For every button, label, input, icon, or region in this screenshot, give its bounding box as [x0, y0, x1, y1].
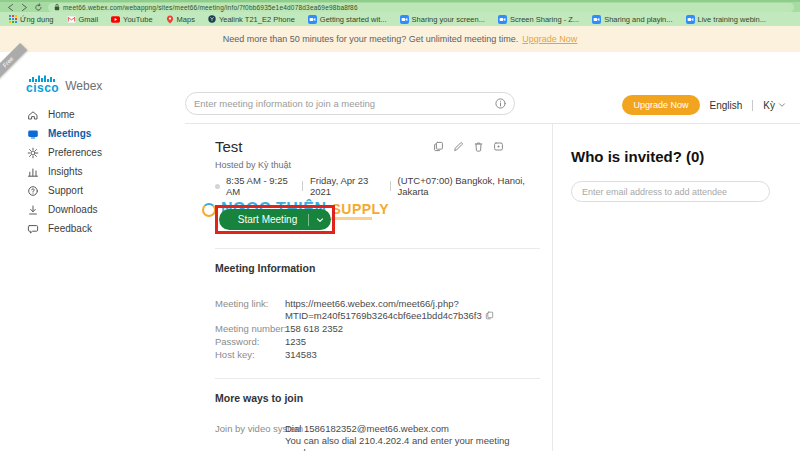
back-icon[interactable]	[6, 3, 15, 12]
bookmark-apps[interactable]: Ứng dụng	[9, 15, 54, 24]
meeting-number-value: 158 618 2352	[285, 323, 540, 335]
banner-text: Need more than 50 minutes for your meeti…	[223, 34, 519, 44]
start-meeting-button[interactable]: Start Meeting	[219, 209, 331, 230]
gmail-icon	[67, 16, 76, 23]
header-divider	[752, 100, 753, 111]
page-header: Upgrade Now English Kỳ	[185, 52, 800, 124]
bookmark-sharing-and-playing[interactable]: Sharing and playin...	[592, 15, 672, 24]
address-bar[interactable]: meet66.webex.com/webappng/sites/meet66/m…	[48, 3, 794, 12]
watermark-globe-icon	[202, 203, 216, 217]
password-label: Password:	[215, 336, 285, 348]
bookmark-label: Gmail	[79, 15, 99, 24]
sidebar-item-home[interactable]: Home	[0, 105, 185, 124]
gear-icon	[27, 147, 39, 159]
divider	[390, 181, 391, 191]
more-ways-table: Join by video system Dial 1586182352@mee…	[215, 423, 540, 451]
zoom-icon	[592, 15, 601, 24]
sidebar-item-support[interactable]: Support	[0, 181, 185, 200]
language-selector[interactable]: English	[710, 100, 743, 111]
invite-panel: Who is invited? (0)	[552, 124, 800, 451]
annotation-highlight-box: Start Meeting	[215, 205, 335, 234]
bookmark-label: Ứng dụng	[20, 15, 54, 24]
attendee-email-wrap[interactable]	[571, 181, 770, 202]
info-icon[interactable]	[495, 98, 506, 109]
meeting-info-heading: Meeting Information	[215, 262, 540, 274]
meetings-icon	[27, 128, 39, 140]
reload-icon[interactable]	[34, 3, 43, 12]
url-text: meet66.webex.com/webappng/sites/meet66/m…	[63, 4, 358, 11]
sidebar-item-feedback[interactable]: Feedback	[0, 219, 185, 238]
bookmark-screen-sharing[interactable]: Screen Sharing - Z...	[498, 15, 579, 24]
feedback-bubble-icon	[27, 223, 39, 235]
sidebar-item-preferences[interactable]: Preferences	[0, 143, 185, 162]
padlock-icon	[54, 3, 60, 11]
bookmark-maps[interactable]: Maps	[166, 15, 195, 24]
bookmark-label: Screen Sharing - Z...	[510, 15, 579, 24]
section-divider	[215, 248, 540, 249]
sidebar-item-downloads[interactable]: Downloads	[0, 200, 185, 219]
chevron-down-icon	[778, 101, 786, 109]
zoom-icon	[308, 15, 317, 24]
bookmarks-bar: Ứng dụng Gmail YouTube Maps Yealink T21_…	[0, 12, 800, 26]
user-name: Kỳ	[763, 100, 775, 111]
bookmark-label: Getting started wit...	[320, 15, 387, 24]
meeting-link-value: https://meet66.webex.com/meet66/j.php? M…	[285, 298, 540, 322]
edit-meeting-icon[interactable]	[453, 141, 464, 152]
zoom-icon	[686, 15, 695, 24]
meeting-date: Friday, Apr 23 2021	[310, 175, 383, 197]
bookmark-youtube[interactable]: YouTube	[111, 15, 152, 24]
youtube-icon	[111, 16, 120, 23]
meeting-time: 8:35 AM - 9:25 AM	[226, 175, 295, 197]
screen: meet66.webex.com/webappng/sites/meet66/m…	[0, 0, 800, 451]
bookmark-sharing-your-screen[interactable]: Sharing your screen...	[400, 15, 485, 24]
host-key-value: 314583	[285, 349, 540, 361]
webex-wordmark: Webex	[65, 79, 102, 94]
sidebar-nav: Home Meetings Preferences	[0, 105, 185, 238]
bookmark-label: YouTube	[123, 15, 152, 24]
chevron-down-icon[interactable]	[309, 216, 331, 224]
bookmark-live-training[interactable]: Live training webin...	[686, 15, 766, 24]
cisco-wordmark: cisco	[26, 82, 59, 94]
home-icon	[27, 109, 39, 121]
meeting-number-label: Meeting number:	[215, 323, 285, 335]
meeting-timezone: (UTC+07:00) Bangkok, Hanoi, Jakarta	[397, 175, 540, 197]
sidebar-item-insights[interactable]: Insights	[0, 162, 185, 181]
meeting-detail-panel: Test	[185, 124, 552, 451]
section-divider	[215, 378, 540, 379]
bookmark-label: Yealink T21_E2 Phone	[219, 15, 295, 24]
bookmark-yealink[interactable]: Yealink T21_E2 Phone	[208, 15, 295, 24]
bookmark-getting-started[interactable]: Getting started wit...	[308, 15, 387, 24]
user-menu[interactable]: Kỳ	[763, 100, 786, 111]
forward-icon[interactable]	[20, 3, 29, 12]
meeting-schedule: 8:35 AM - 9:25 AM Friday, Apr 23 2021 (U…	[215, 175, 540, 197]
host-key-label: Host key:	[215, 349, 285, 361]
sidebar-item-meetings[interactable]: Meetings	[0, 124, 185, 143]
join-meeting-search[interactable]	[185, 92, 515, 115]
recurrence-dot-icon	[215, 184, 220, 189]
copy-meeting-icon[interactable]	[433, 141, 444, 152]
recording-icon[interactable]	[493, 141, 504, 152]
join-meeting-input[interactable]	[194, 98, 491, 109]
bookmark-gmail[interactable]: Gmail	[67, 15, 99, 24]
copy-link-icon[interactable]	[485, 311, 494, 320]
meeting-link-label: Meeting link:	[215, 298, 285, 322]
start-meeting-label: Start Meeting	[219, 214, 308, 225]
insights-chart-icon	[27, 166, 39, 178]
banner-upgrade-link[interactable]: Upgrade Now	[522, 34, 577, 44]
bookmark-label: Maps	[177, 15, 195, 24]
attendee-email-input[interactable]	[582, 187, 759, 197]
yealink-icon	[208, 15, 216, 23]
maps-icon	[166, 15, 174, 24]
delete-meeting-icon[interactable]	[473, 141, 484, 152]
question-circle-icon	[27, 185, 39, 197]
zoom-icon	[498, 15, 507, 24]
who-is-invited-heading: Who is invited? (0)	[571, 148, 770, 165]
apps-grid-icon	[9, 15, 17, 23]
hosted-by: Hosted by Kỳ thuật	[215, 160, 540, 170]
join-video-label: Join by video system	[215, 423, 285, 451]
meeting-info-table: Meeting link: https://meet66.webex.com/m…	[215, 298, 540, 360]
upgrade-now-button[interactable]: Upgrade Now	[622, 95, 699, 115]
webex-logo: cisco Webex	[0, 64, 185, 94]
meeting-title: Test	[215, 138, 243, 155]
more-ways-heading: More ways to join	[215, 392, 540, 404]
